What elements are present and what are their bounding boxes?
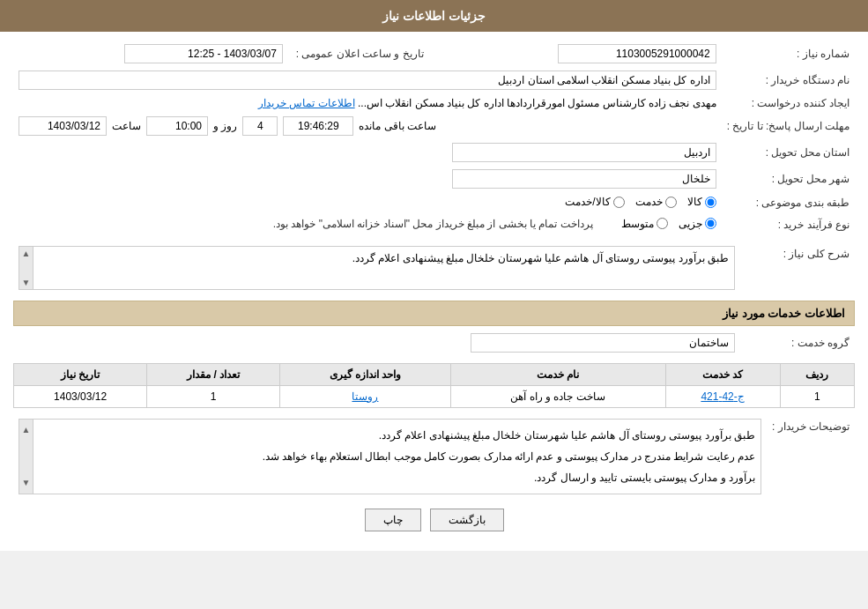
day-unit: روز و <box>213 120 237 132</box>
creator-label: ایجاد کننده درخواست : <box>722 93 855 113</box>
cell-unit[interactable]: روستا <box>280 386 450 408</box>
province-field: اردبیل <box>452 143 716 162</box>
deadline-date-field: 1403/03/12 <box>19 116 107 136</box>
serviceGroup-table: گروه خدمت : ساختمان <box>13 330 855 356</box>
category-option-khedmat: خدمت <box>635 196 677 208</box>
needNumber-field: 1103005291000042 <box>558 44 716 63</box>
deadline-label: مهلت ارسال پاسخ: تا تاریخ : <box>722 113 855 139</box>
services-header: اطلاعات خدمات مورد نیاز <box>13 301 855 326</box>
purchaseType-option-motavasset: متوسط <box>621 218 668 230</box>
button-container: بازگشت چاپ <box>13 509 855 531</box>
city-value: خلخال <box>13 166 722 192</box>
scroll-bar: ▲ ▼ <box>19 247 33 289</box>
table-row: 1 ج-42-421 ساخت جاده و راه آهن روستا 1 1… <box>14 386 855 408</box>
deadline-remaining-field: 19:46:29 <box>283 116 353 136</box>
needDesc-table: شرح کلی نیاز : ▲ ▼ طبق برآورد پیوستی روس… <box>13 242 855 293</box>
creator-text: مهدی نجف زاده کارشناس مسئول امورقرارداده… <box>358 97 716 109</box>
publicAnnounce-value: 1403/03/07 - 12:25 <box>13 41 288 67</box>
needNumber-label: شماره نیاز : <box>722 41 855 67</box>
purchaseType-motavasset-label: متوسط <box>621 218 654 230</box>
hour-unit: ساعت باقی مانده <box>359 120 436 132</box>
deadline-time-field: 10:00 <box>146 116 208 136</box>
buyerDesc-field: ▲ ▼ طبق برآورد پیوستی روستای آل هاشم علی… <box>19 419 761 494</box>
col-code: کد خدمت <box>665 364 780 386</box>
buyerDesc-scroll-down[interactable]: ▼ <box>20 472 33 494</box>
buyerDesc-table: توضیحات خریدار : ▲ ▼ طبق برآورد پیوستی ر… <box>13 415 855 498</box>
page-title: جزئیات اطلاعات نیاز <box>382 9 486 23</box>
purchaseType-note: پرداخت تمام یا بخشی از مبلغ خریداز محل "… <box>273 218 593 230</box>
needDesc-label: شرح کلی نیاز : <box>740 242 855 293</box>
deadline-days-field: 4 <box>242 116 278 136</box>
buyerDesc-text: طبق برآورد پیوستی روستای آل هاشم علیا شه… <box>263 429 755 484</box>
serviceGroup-value: ساختمان <box>13 330 740 356</box>
col-row: ردیف <box>780 364 854 386</box>
contact-info-link[interactable]: اطلاعات تماس خریدار <box>258 97 355 109</box>
cell-qty: 1 <box>147 386 280 408</box>
category-radio-kala[interactable] <box>705 197 716 208</box>
deadline-row: 1403/03/12 ساعت 10:00 روز و 4 19:46:29 س… <box>13 113 722 139</box>
serviceGroup-field: ساختمان <box>471 333 735 353</box>
col-qty: تعداد / مقدار <box>147 364 280 386</box>
cell-code[interactable]: ج-42-421 <box>665 386 780 408</box>
purchaseType-radio-group: جزیی متوسط پرداخت تمام یا بخشی از مبلغ خ… <box>273 218 716 230</box>
category-option-kala-khedmat: کالا/خدمت <box>565 196 624 208</box>
buyerDesc-label: توضیحات خریدار : <box>767 415 855 498</box>
purchaseType-jozi-label: جزیی <box>679 218 702 230</box>
purchaseType-radio-jozi[interactable] <box>705 218 716 229</box>
publicAnnounce-field: 1403/03/07 - 12:25 <box>124 44 283 63</box>
purchaseType-option-jozi: جزیی <box>679 218 716 230</box>
back-button[interactable]: بازگشت <box>430 509 504 531</box>
category-radio-khedmat[interactable] <box>665 197 677 208</box>
province-value: اردبیل <box>13 139 722 166</box>
category-kala-label: کالا <box>687 196 702 208</box>
needNumber-value: 1103005291000042 <box>447 41 722 67</box>
cell-name: ساخت جاده و راه آهن <box>450 386 665 408</box>
purchaseType-radio-motavasset[interactable] <box>657 218 668 229</box>
buyerDesc-scroll-up[interactable]: ▲ <box>20 420 33 441</box>
city-field: خلخال <box>452 169 716 189</box>
col-name: نام خدمت <box>450 364 665 386</box>
services-grid: ردیف کد خدمت نام خدمت واحد اندازه گیری ت… <box>13 363 855 408</box>
needDesc-value: ▲ ▼ طبق برآورد پیوستی روستای آل هاشم علی… <box>13 242 740 293</box>
category-kala-khedmat-label: کالا/خدمت <box>565 196 610 208</box>
scroll-up-arrow[interactable]: ▲ <box>20 247 33 260</box>
needDesc-field: ▲ ▼ طبق برآورد پیوستی روستای آل هاشم علی… <box>19 246 735 290</box>
purchaseType-row: جزیی متوسط پرداخت تمام یا بخشی از مبلغ خ… <box>13 214 722 236</box>
scroll-down-arrow[interactable]: ▼ <box>20 276 33 289</box>
col-unit: واحد اندازه گیری <box>280 364 450 386</box>
col-date: تاریخ نیاز <box>14 364 147 386</box>
category-radio-group: کالا خدمت کالا/خدمت <box>565 196 716 208</box>
time-label: ساعت <box>112 120 141 132</box>
category-option-kala: کالا <box>687 196 716 208</box>
buyerOrg-value: اداره کل بنیاد مسکن انقلاب اسلامی استان … <box>13 67 722 93</box>
creator-value: مهدی نجف زاده کارشناس مسئول امورقرارداده… <box>13 93 722 113</box>
buyerOrg-label: نام دستگاه خریدار : <box>722 67 855 93</box>
info-table: شماره نیاز : 1103005291000042 تاریخ و سا… <box>13 41 855 235</box>
cell-row: 1 <box>780 386 854 408</box>
category-label: طبقه بندی موضوعی : <box>722 192 855 214</box>
page-header: جزئیات اطلاعات نیاز <box>0 0 868 32</box>
category-khedmat-label: خدمت <box>635 196 663 208</box>
print-button[interactable]: چاپ <box>365 509 421 531</box>
purchaseType-label: نوع فرآیند خرید : <box>722 214 855 236</box>
category-row: کالا خدمت کالا/خدمت <box>13 192 722 214</box>
category-radio-kala-khedmat[interactable] <box>613 197 625 208</box>
city-label: شهر محل تحویل : <box>722 166 855 192</box>
needDesc-text: طبق برآورد پیوستی روستای آل هاشم علیا شه… <box>352 252 729 264</box>
province-label: استان محل تحویل : <box>722 139 855 166</box>
publicAnnounce-label: تاریخ و ساعت اعلان عمومی : <box>288 41 429 67</box>
serviceGroup-label: گروه خدمت : <box>740 330 855 356</box>
buyerOrg-field: اداره کل بنیاد مسکن انقلاب اسلامی استان … <box>19 71 716 90</box>
buyerDesc-scroll-bar: ▲ ▼ <box>19 420 33 494</box>
buyerDesc-value: ▲ ▼ طبق برآورد پیوستی روستای آل هاشم علی… <box>13 415 767 498</box>
cell-date: 1403/03/12 <box>14 386 147 408</box>
